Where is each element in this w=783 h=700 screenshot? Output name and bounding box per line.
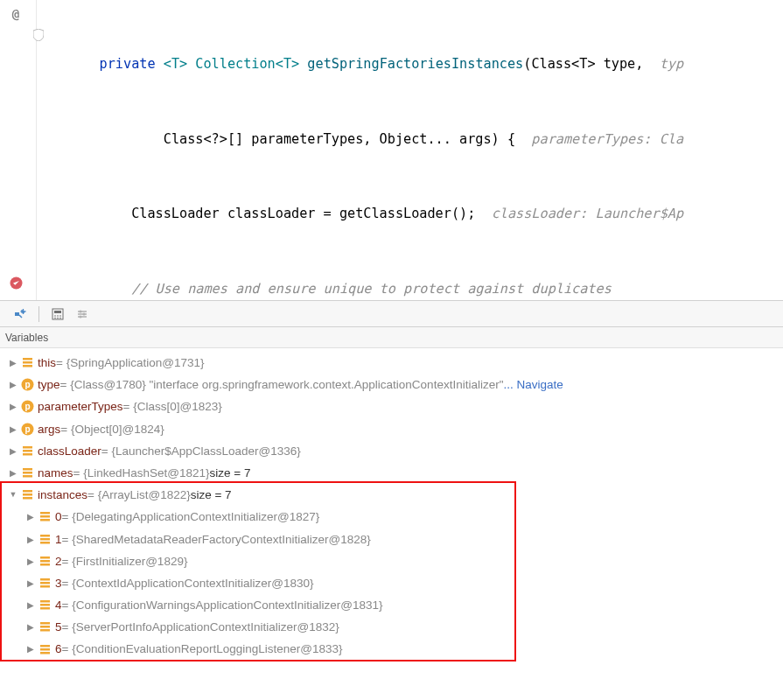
- svg-rect-39: [40, 578, 50, 581]
- expand-arrow-icon[interactable]: ▶: [24, 577, 37, 589]
- svg-rect-22: [23, 450, 32, 452]
- var-name: 4: [55, 594, 62, 616]
- var-value: = {Class@1780} "interface org.springfram…: [60, 374, 504, 396]
- object-icon: [20, 356, 34, 370]
- navigate-link[interactable]: ... Navigate: [503, 374, 563, 396]
- expand-arrow-icon[interactable]: ▶: [7, 357, 19, 369]
- var-value: = {SharedMetadataReaderFactoryContextIni…: [62, 528, 371, 550]
- svg-rect-30: [40, 512, 50, 514]
- variable-row[interactable]: ▶names = {LinkedHashSet@1821} size = 7: [3, 462, 783, 484]
- svg-rect-36: [40, 556, 50, 559]
- object-icon: [38, 642, 52, 656]
- svg-rect-27: [23, 490, 32, 493]
- var-value: = {ConditionEvaluationReportLoggingListe…: [62, 638, 343, 660]
- expand-arrow-icon[interactable]: ▶: [7, 444, 19, 457]
- svg-rect-25: [23, 472, 32, 474]
- list-item[interactable]: ▶2 = {FirstInitializer@1829}: [3, 550, 783, 572]
- text: (Class<T> type,: [523, 56, 643, 72]
- svg-rect-34: [40, 538, 50, 541]
- svg-point-3: [54, 315, 56, 317]
- editor-gutter: @: [0, 0, 37, 300]
- keyword: private: [100, 56, 156, 72]
- inline-hint: classLoader: Launcher$Ap: [492, 206, 683, 221]
- separator: [38, 306, 39, 322]
- expand-arrow-icon[interactable]: ▶: [7, 401, 19, 413]
- object-icon: [20, 488, 34, 502]
- svg-rect-13: [23, 361, 32, 364]
- new-watch-icon[interactable]: [10, 304, 30, 324]
- list-item[interactable]: ▶0 = {DelegatingApplicationContextInitia…: [3, 506, 783, 528]
- list-item[interactable]: ▶4 = {ConfigurationWarningsApplicationCo…: [3, 594, 783, 616]
- svg-rect-37: [40, 560, 50, 563]
- svg-rect-44: [40, 607, 50, 610]
- svg-rect-50: [40, 652, 50, 654]
- var-value: = {Class[0]@1823}: [123, 396, 222, 417]
- var-value: = {ServerPortInfoApplicationContextIniti…: [62, 616, 339, 638]
- var-value: = {ContextIdApplicationContextInitialize…: [62, 572, 314, 594]
- expand-arrow-icon[interactable]: ▶: [24, 643, 37, 655]
- settings-icon[interactable]: [73, 304, 92, 324]
- svg-rect-14: [23, 365, 32, 368]
- inline-hint: parameterTypes: Cla: [531, 131, 683, 147]
- variable-row[interactable]: ▶this = {SpringApplication@1731}: [3, 352, 783, 374]
- inspection-icon[interactable]: [33, 29, 44, 44]
- list-item[interactable]: ▶3 = {ContextIdApplicationContextInitial…: [3, 572, 783, 594]
- list-item[interactable]: ▶6 = {ConditionEvaluationReportLoggingLi…: [3, 638, 783, 660]
- code-content[interactable]: private <T> Collection<T> getSpringFacto…: [37, 0, 783, 300]
- expand-arrow-icon[interactable]: ▶: [24, 533, 37, 545]
- svg-rect-33: [40, 535, 50, 537]
- expand-arrow-icon[interactable]: ▶: [24, 599, 37, 612]
- svg-rect-29: [23, 497, 32, 500]
- breakpoint-icon[interactable]: [9, 276, 23, 290]
- svg-rect-2: [54, 311, 61, 313]
- var-value: = {LinkedHashSet@1821}: [73, 462, 210, 484]
- var-value: = {SpringApplication@1731}: [56, 352, 204, 374]
- calculator-icon[interactable]: [48, 304, 67, 324]
- expand-arrow-icon[interactable]: ▶: [7, 379, 19, 391]
- svg-text:p: p: [24, 380, 30, 389]
- svg-point-7: [57, 317, 59, 318]
- expand-arrow-icon[interactable]: ▶: [7, 423, 19, 435]
- variables-tree[interactable]: ▶this = {SpringApplication@1731}▶ptype =…: [0, 348, 783, 661]
- inline-hint: typ: [660, 56, 683, 72]
- expand-arrow-icon[interactable]: ▶: [24, 621, 37, 634]
- override-icon[interactable]: @: [9, 7, 23, 21]
- object-icon: [38, 598, 52, 612]
- expand-arrow-icon[interactable]: ▶: [7, 467, 19, 480]
- list-item[interactable]: ▶5 = {ServerPortInfoApplicationContextIn…: [3, 616, 783, 638]
- variable-row[interactable]: ▶pargs = {Object[0]@1824}: [3, 418, 783, 440]
- list-item[interactable]: ▶1 = {SharedMetadataReaderFactoryContext…: [3, 528, 783, 550]
- var-name: names: [38, 462, 73, 484]
- variable-row-instances[interactable]: ▼instances = {ArrayList@1822} size = 7: [3, 484, 783, 506]
- var-name: 5: [55, 616, 62, 638]
- svg-rect-41: [40, 585, 50, 588]
- svg-rect-12: [23, 358, 32, 360]
- var-value: = {DelegatingApplicationContextInitializ…: [62, 506, 320, 528]
- svg-rect-38: [40, 564, 50, 566]
- svg-rect-47: [40, 629, 50, 632]
- svg-rect-45: [40, 622, 50, 625]
- param-icon: p: [20, 400, 34, 414]
- var-name: 0: [55, 506, 62, 528]
- svg-rect-28: [23, 494, 32, 496]
- svg-point-10: [83, 312, 86, 315]
- var-name: 3: [55, 572, 62, 594]
- var-value: = {Launcher$AppClassLoader@1336}: [101, 440, 301, 462]
- debug-toolbar: [0, 301, 783, 327]
- svg-rect-32: [40, 519, 50, 522]
- expand-arrow-icon[interactable]: ▼: [7, 489, 19, 501]
- svg-point-6: [54, 317, 56, 318]
- expand-arrow-icon[interactable]: ▶: [24, 511, 37, 523]
- object-icon: [38, 510, 52, 524]
- svg-rect-43: [40, 604, 50, 606]
- svg-rect-46: [40, 626, 50, 628]
- expand-arrow-icon[interactable]: ▶: [24, 555, 37, 567]
- variable-row[interactable]: ▶ptype = {Class@1780} "interface org.spr…: [3, 374, 783, 396]
- var-name: 2: [55, 550, 62, 572]
- var-extra: size = 7: [191, 484, 232, 506]
- code-editor[interactable]: @ private <T> Collection<T> getSpringFac…: [0, 0, 783, 301]
- variable-row[interactable]: ▶pparameterTypes = {Class[0]@1823}: [3, 396, 783, 417]
- text: ClassLoader classLoader = getClassLoader…: [131, 206, 475, 221]
- variable-row[interactable]: ▶classLoader = {Launcher$AppClassLoader@…: [3, 440, 783, 462]
- var-name: this: [38, 352, 56, 374]
